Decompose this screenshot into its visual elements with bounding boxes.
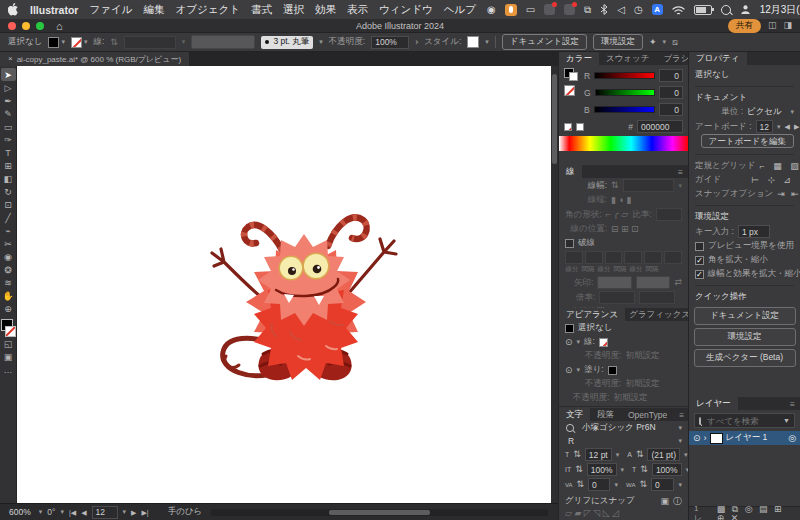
menu-edit[interactable]: 編集 bbox=[143, 3, 164, 17]
rotate-tool[interactable]: ↻ bbox=[1, 185, 16, 198]
glyph-snap-toggle-icons[interactable]: ▱ ▰ ◸ ◹ ◺ ◿ bbox=[565, 509, 619, 518]
apple-menu-icon[interactable] bbox=[8, 3, 19, 16]
window-close-button[interactable] bbox=[8, 22, 16, 30]
canvas[interactable] bbox=[17, 66, 558, 503]
quick-none-swatch[interactable] bbox=[564, 123, 572, 131]
arrow-scale-end-field[interactable] bbox=[639, 291, 675, 304]
artboard-caret-icon[interactable]: ▾ bbox=[777, 123, 781, 131]
symbol-sprayer-tool[interactable]: ❂ bbox=[1, 263, 16, 276]
style-caret-icon[interactable]: ▾ bbox=[485, 38, 489, 46]
tab-brushes[interactable]: ブラシ bbox=[656, 52, 688, 65]
appearance-fill-label[interactable]: 塗り: bbox=[584, 364, 604, 376]
generative-vectors-button[interactable]: 生成ベクター (Beta) bbox=[694, 349, 796, 367]
quick-white-swatch[interactable] bbox=[576, 123, 584, 131]
user-switch-icon[interactable] bbox=[740, 4, 751, 15]
stroke-color-swatch[interactable] bbox=[71, 37, 82, 48]
hex-field[interactable]: 000000 bbox=[637, 120, 683, 133]
arrow-scale-start-field[interactable] bbox=[599, 291, 635, 304]
scale-strokes-label[interactable]: 線幅と効果を拡大・縮小 bbox=[708, 268, 800, 280]
screen-mirroring-icon[interactable]: ⧉ bbox=[584, 5, 591, 15]
channel-b-slider[interactable] bbox=[594, 106, 655, 113]
tab-opentype[interactable]: OpenType bbox=[621, 408, 674, 421]
channel-r-value[interactable]: 0 bbox=[659, 69, 683, 82]
channel-r-slider[interactable] bbox=[594, 72, 655, 79]
appearance-stroke-swatch[interactable] bbox=[599, 338, 608, 347]
artboard-dropdown[interactable]: 12 bbox=[756, 120, 773, 133]
dash-field-5[interactable] bbox=[664, 251, 682, 264]
edit-toolbar-button[interactable]: … bbox=[1, 363, 16, 376]
stroke-proxy[interactable] bbox=[5, 326, 16, 337]
weight-field[interactable] bbox=[623, 179, 675, 192]
clock-app-icon[interactable]: ◷ bbox=[634, 5, 643, 15]
notification-app-icon-1[interactable] bbox=[544, 4, 555, 15]
pen-tool[interactable]: ✒ bbox=[1, 94, 16, 107]
font-size-caret-icon[interactable]: ▾ bbox=[616, 451, 620, 459]
edit-artboards-button[interactable]: アートボードを編集 bbox=[701, 134, 795, 148]
type-tool[interactable]: T bbox=[1, 146, 16, 159]
kerning-caret-icon[interactable]: ▾ bbox=[614, 481, 618, 489]
color-fill-stroke-indicator[interactable] bbox=[564, 68, 580, 117]
preferences-button[interactable]: 環境設定 bbox=[593, 34, 643, 50]
layers-search-input[interactable] bbox=[705, 415, 779, 427]
tab-close-icon[interactable]: × bbox=[8, 55, 13, 63]
layer-visibility-icon[interactable]: ⊙ bbox=[693, 434, 701, 443]
leading-field[interactable]: (21 pt) bbox=[647, 448, 680, 461]
menu-type[interactable]: 書式 bbox=[251, 3, 272, 17]
tab-character[interactable]: 文字 bbox=[559, 408, 590, 421]
tab-swatches[interactable]: スウォッチ bbox=[599, 52, 657, 65]
rotation-caret-icon[interactable]: ▾ bbox=[60, 508, 64, 516]
vertical-scale-field[interactable]: 100% bbox=[587, 463, 617, 476]
cap-icons[interactable]: ▮ ◖ ▮ bbox=[611, 196, 631, 205]
layer-expand-icon[interactable]: › bbox=[704, 434, 707, 443]
unit-caret-icon[interactable]: ▾ bbox=[790, 108, 794, 116]
display-icon[interactable]: ▭ bbox=[526, 5, 535, 15]
window-minimize-button[interactable] bbox=[22, 22, 30, 30]
ruler-grid-icons[interactable]: ⌐ ▦ ▨ bbox=[760, 162, 800, 171]
tab-graphic-styles[interactable]: グラフィックスタイル bbox=[625, 308, 688, 321]
screen-mode-button[interactable]: ▣ bbox=[1, 350, 16, 363]
scale-corners-checkbox[interactable]: ✓ bbox=[695, 256, 704, 265]
share-button[interactable]: 共有 bbox=[728, 19, 761, 33]
layer-row[interactable]: ⊙ › レイヤー 1 ◎ bbox=[689, 431, 800, 445]
zoom-tool[interactable]: ⊕ bbox=[1, 302, 16, 315]
menu-select[interactable]: 選択 bbox=[283, 3, 304, 17]
menu-view[interactable]: 表示 bbox=[347, 3, 368, 17]
align-stroke-icons[interactable]: ⊟ ⊞ ⊡ bbox=[611, 225, 639, 234]
next-artboard-button[interactable]: ▶ bbox=[794, 123, 799, 130]
kerning-stepper-icon[interactable]: ⇅ bbox=[577, 480, 585, 489]
stroke-caret-icon[interactable]: ▾ bbox=[84, 38, 88, 46]
preview-bounds-checkbox[interactable] bbox=[695, 242, 704, 251]
fill-opacity-label[interactable]: 不透明度: bbox=[585, 378, 621, 390]
wifi-icon[interactable] bbox=[672, 5, 685, 15]
font-style-field[interactable]: R bbox=[565, 435, 674, 446]
arrow-end-dropdown[interactable] bbox=[636, 276, 671, 289]
weight-stepper-icon[interactable]: ⇅ bbox=[611, 181, 619, 190]
appearance-fill-swatch[interactable] bbox=[608, 366, 617, 375]
screen-record-icon[interactable]: ◉ bbox=[487, 5, 496, 15]
stroke-row-caret-icon[interactable]: ▾ bbox=[577, 338, 581, 346]
font-family-field[interactable]: 小塚ゴシック Pr6N bbox=[579, 422, 674, 433]
brush-definition-dropdown[interactable]: 3 pt. 丸筆 bbox=[261, 36, 313, 49]
kerning-field[interactable]: 0 bbox=[588, 478, 610, 491]
zoom-caret-icon[interactable]: ▾ bbox=[39, 508, 43, 516]
opacity-chevron-icon[interactable]: › bbox=[415, 38, 418, 47]
unit-dropdown[interactable]: ピクセル bbox=[747, 106, 782, 118]
dash-field-3[interactable] bbox=[624, 251, 642, 264]
variable-width-preview[interactable] bbox=[191, 35, 255, 49]
artboard-nav-caret-icon[interactable]: ▾ bbox=[123, 508, 127, 516]
dash-field-4[interactable] bbox=[644, 251, 662, 264]
draw-mode-button[interactable]: ◱ bbox=[1, 337, 16, 350]
channel-g-slider[interactable] bbox=[595, 89, 655, 96]
tab-appearance[interactable]: アピアランス bbox=[559, 308, 625, 321]
menubar-app-name[interactable]: Illustrator bbox=[30, 4, 78, 16]
scale-corners-label[interactable]: 角を拡大・縮小 bbox=[708, 254, 768, 266]
font-family-caret-icon[interactable]: ▾ bbox=[678, 424, 682, 432]
stroke-row-eye-icon[interactable]: ⊙ bbox=[565, 338, 573, 347]
guides-icons[interactable]: ⊢ ⊹ ⊿ bbox=[751, 176, 794, 185]
tool-options-icon[interactable]: ✦ bbox=[649, 38, 657, 47]
workspace-switcher-icon[interactable]: ◨ bbox=[783, 21, 792, 30]
tracking-field[interactable]: 0 bbox=[651, 478, 674, 491]
tab-color[interactable]: カラー bbox=[559, 52, 599, 65]
tab-paragraph[interactable]: 段落 bbox=[590, 408, 621, 421]
vertical-scrollbar[interactable] bbox=[551, 66, 558, 503]
